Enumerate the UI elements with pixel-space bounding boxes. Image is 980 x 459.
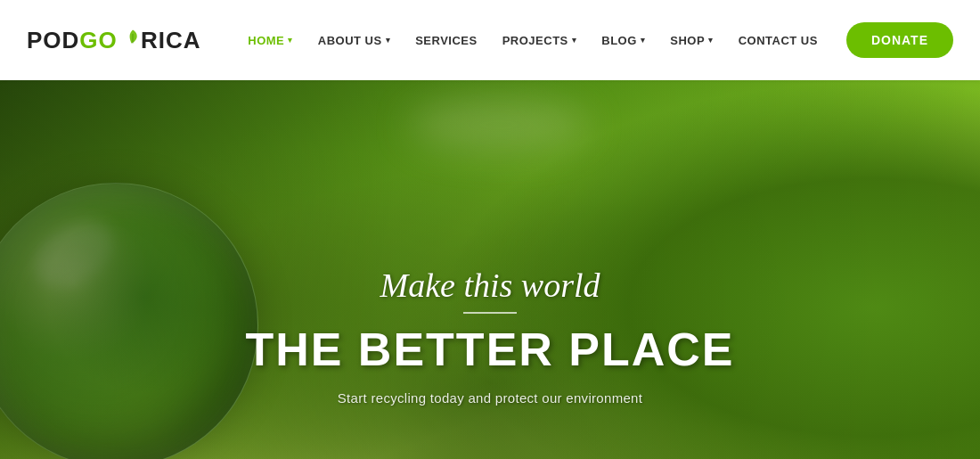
hero-subtitle: Make this world bbox=[178, 266, 802, 305]
nav-item-contact-us[interactable]: CONTACT US bbox=[726, 34, 830, 47]
chevron-down-icon: ▾ bbox=[386, 36, 391, 45]
nav-item-about-us[interactable]: ABOUT US▾ bbox=[306, 34, 403, 47]
donate-button[interactable]: DONATE bbox=[846, 22, 953, 58]
hero-description: Start recycling today and protect our en… bbox=[178, 390, 802, 406]
logo-text-pod: POD bbox=[27, 27, 79, 54]
nav-item-shop[interactable]: SHOP▾ bbox=[657, 34, 725, 47]
hero-divider bbox=[463, 312, 517, 314]
header: POD GO RICA HOME▾ABOUT US▾SERVICESPROJEC… bbox=[0, 0, 980, 80]
logo-leaf-icon bbox=[125, 29, 141, 45]
hero-content: Make this world THE BETTER PLACE Start r… bbox=[178, 266, 802, 406]
nav-item-home[interactable]: HOME▾ bbox=[235, 34, 306, 47]
chevron-down-icon: ▾ bbox=[708, 36, 714, 45]
hero-section: Make this world THE BETTER PLACE Start r… bbox=[0, 80, 980, 459]
nav-item-projects[interactable]: PROJECTS▾ bbox=[490, 34, 590, 47]
logo[interactable]: POD GO RICA bbox=[27, 27, 201, 54]
logo-text-go: GO bbox=[79, 27, 141, 54]
chevron-down-icon: ▾ bbox=[641, 36, 646, 45]
chevron-down-icon: ▾ bbox=[288, 36, 293, 45]
chevron-down-icon: ▾ bbox=[572, 36, 577, 45]
nav-item-blog[interactable]: BLOG▾ bbox=[589, 34, 657, 47]
nav-item-services[interactable]: SERVICES bbox=[403, 34, 490, 47]
hero-title: THE BETTER PLACE bbox=[178, 323, 802, 376]
main-nav: HOME▾ABOUT US▾SERVICESPROJECTS▾BLOG▾SHOP… bbox=[235, 34, 830, 47]
logo-text-rica: RICA bbox=[141, 27, 201, 54]
